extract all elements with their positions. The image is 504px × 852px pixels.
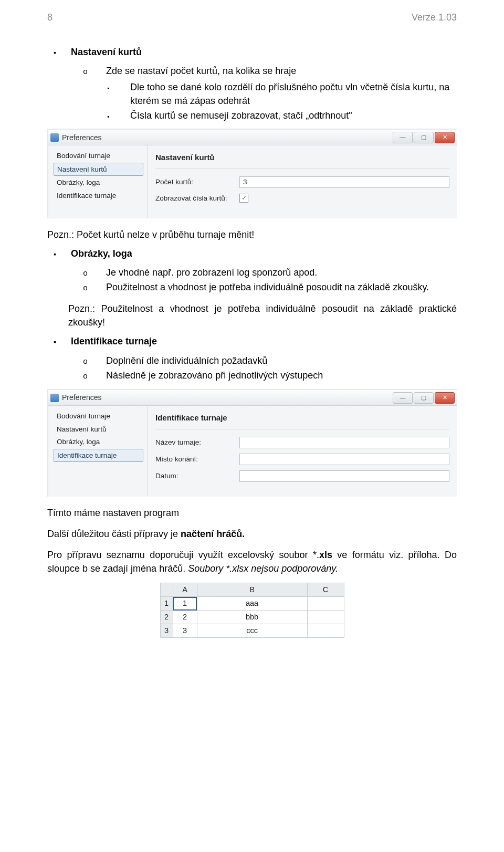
maximize-button[interactable]: ▢ bbox=[414, 132, 434, 143]
sidebar-item-nastaveni-kurtu[interactable]: Nastavení kurtů bbox=[54, 423, 143, 436]
cell-b3[interactable]: ccc bbox=[197, 624, 307, 638]
label-zobrazovat-cisla: Zobrazovat čísla kurtů: bbox=[155, 193, 234, 204]
minimize-button[interactable]: — bbox=[393, 392, 413, 404]
col-header-c[interactable]: C bbox=[307, 583, 344, 597]
sidebar-item-bodovani[interactable]: Bodování turnaje bbox=[54, 410, 143, 423]
list-item: Následně je zobrazováno při jednotlivých… bbox=[94, 369, 457, 383]
closing-p3: Pro přípravu seznamu doporučuji využít e… bbox=[47, 548, 457, 575]
text: Další důležitou části přípravy je bbox=[47, 529, 181, 539]
label-nazev-turnaje: Název turnaje: bbox=[155, 437, 234, 448]
cell-a3[interactable]: 3 bbox=[173, 624, 197, 638]
panel-heading: Nastavení kurtů bbox=[155, 150, 449, 169]
section-title: Obrázky, loga bbox=[71, 248, 132, 259]
input-datum[interactable] bbox=[239, 470, 449, 482]
page-number: 8 bbox=[47, 10, 52, 24]
list-item: Zde se nastaví počet kurtů, na kolika se… bbox=[94, 64, 457, 78]
preferences-sidebar: Bodování turnaje Nastavení kurtů Obrázky… bbox=[48, 145, 148, 218]
closing-p2: Další důležitou části přípravy je načten… bbox=[47, 527, 457, 541]
cell-b2[interactable]: bbb bbox=[197, 611, 307, 624]
row-header[interactable]: 1 bbox=[160, 597, 173, 611]
sheet-corner[interactable] bbox=[160, 583, 173, 597]
list-item: Použitelnost a vhodnost je potřeba indiv… bbox=[94, 280, 457, 294]
section-identifikace: Identifikace turnaje bbox=[47, 334, 457, 348]
preferences-window-nastaveni: Preferences — ▢ ✕ Bodování turnaje Nasta… bbox=[47, 129, 457, 218]
window-title: Preferences bbox=[62, 132, 388, 143]
col-header-b[interactable]: B bbox=[197, 583, 307, 597]
page-header: 8 Verze 1.03 bbox=[47, 10, 457, 24]
checkbox-zobrazovat-cisla[interactable]: ✓ bbox=[239, 194, 248, 203]
label-misto-konani: Místo konání: bbox=[155, 454, 234, 465]
cell-a2[interactable]: 2 bbox=[173, 611, 197, 624]
label-datum: Datum: bbox=[155, 471, 234, 481]
section-title: Nastavení kurtů bbox=[71, 47, 142, 57]
section-title: Identifikace turnaje bbox=[71, 336, 157, 346]
section-obrazky-loga: Obrázky, loga bbox=[47, 247, 457, 260]
row-header[interactable]: 3 bbox=[160, 624, 173, 638]
close-button[interactable]: ✕ bbox=[435, 132, 455, 143]
app-icon bbox=[50, 394, 59, 402]
cell-b1[interactable]: aaa bbox=[197, 597, 307, 611]
list-item: Je vhodné např. pro zobrazení log sponzo… bbox=[94, 266, 457, 280]
text: Pro přípravu seznamu doporučuji využít e… bbox=[47, 550, 319, 560]
list-item: Doplnění dle individuálních požadavků bbox=[94, 354, 457, 368]
sidebar-item-identifikace[interactable]: Identifikace turnaje bbox=[54, 449, 143, 462]
input-misto-konani[interactable] bbox=[239, 454, 449, 465]
close-button[interactable]: ✕ bbox=[435, 392, 455, 404]
preferences-sidebar: Bodování turnaje Nastavení kurtů Obrázky… bbox=[48, 406, 148, 497]
text-bold: xls bbox=[319, 550, 332, 560]
cell-c3[interactable] bbox=[307, 624, 344, 638]
text-bold: načtení hráčů. bbox=[181, 529, 245, 539]
cell-c2[interactable] bbox=[307, 611, 344, 624]
input-nazev-turnaje[interactable] bbox=[239, 437, 449, 448]
section-nastaveni-kurtu: Nastavení kurtů bbox=[47, 45, 457, 59]
sidebar-item-obrazky[interactable]: Obrázky, loga bbox=[54, 436, 143, 448]
window-titlebar: Preferences — ▢ ✕ bbox=[48, 130, 457, 145]
note-pocet-kurtu: Pozn.: Počet kurtů nelze v průběhu turna… bbox=[47, 228, 457, 241]
list-item: Dle toho se dané kolo rozdělí do přísluš… bbox=[119, 80, 457, 108]
window-titlebar: Preferences — ▢ ✕ bbox=[48, 390, 457, 406]
app-icon bbox=[50, 133, 59, 142]
label-pocet-kurtu: Počet kurtů: bbox=[155, 177, 234, 187]
sidebar-item-nastaveni-kurtu[interactable]: Nastavení kurtů bbox=[54, 163, 143, 176]
page-version: Verze 1.03 bbox=[412, 10, 457, 24]
cell-c1[interactable] bbox=[307, 597, 344, 611]
col-header-a[interactable]: A bbox=[173, 583, 197, 597]
closing-p1: Tímto máme nastaven program bbox=[47, 506, 457, 520]
list-item: Čísla kurtů se nemusejí zobrazovat, stač… bbox=[119, 109, 457, 122]
window-title: Preferences bbox=[62, 392, 388, 403]
minimize-button[interactable]: — bbox=[393, 132, 413, 143]
sidebar-item-obrazky[interactable]: Obrázky, loga bbox=[54, 176, 143, 189]
row-header[interactable]: 2 bbox=[160, 611, 173, 624]
cell-a1[interactable]: 1 bbox=[173, 597, 197, 611]
sidebar-item-identifikace[interactable]: Identifikace turnaje bbox=[54, 190, 143, 202]
sidebar-item-bodovani[interactable]: Bodování turnaje bbox=[54, 150, 143, 162]
preferences-window-identifikace: Preferences — ▢ ✕ Bodování turnaje Nasta… bbox=[47, 389, 457, 497]
input-value: 3 bbox=[243, 177, 247, 187]
checkbox-mark: ✓ bbox=[242, 194, 247, 203]
maximize-button[interactable]: ▢ bbox=[414, 392, 434, 404]
text-italic: Soubory *.xlsx nejsou podporovány. bbox=[188, 563, 338, 574]
panel-heading: Identifikace turnaje bbox=[155, 410, 449, 429]
excel-snippet: A B C 1 1 aaa 2 2 bbb 3 3 ccc bbox=[47, 583, 457, 638]
input-pocet-kurtu[interactable]: 3 bbox=[239, 176, 449, 188]
note-pouzitelnost: Pozn.: Použitelnost a vhodnost je potřeb… bbox=[68, 302, 457, 329]
